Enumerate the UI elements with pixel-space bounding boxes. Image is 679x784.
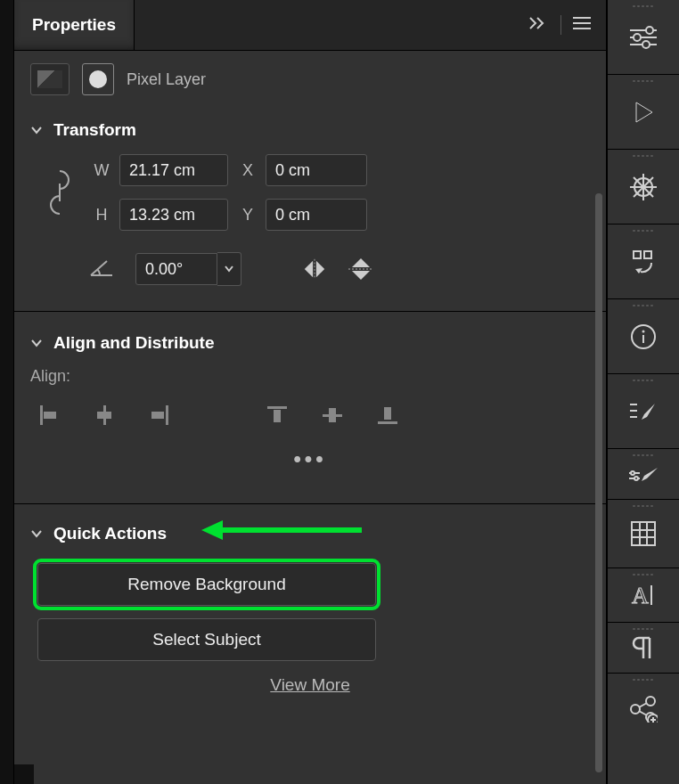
align-header[interactable]: Align and Distribute [30,326,590,360]
chevron-down-icon [30,124,43,136]
svg-point-43 [634,477,638,480]
svg-line-55 [639,711,647,715]
wheel-dock-icon[interactable] [608,150,679,225]
collapse-panel-icon[interactable] [528,16,550,34]
more-options-icon[interactable]: ••• [30,427,590,478]
flip-vertical-icon[interactable] [348,257,373,282]
svg-rect-6 [40,405,43,425]
adjustments-dock-icon[interactable] [608,0,679,75]
brush-presets-dock-icon[interactable] [608,374,679,449]
brush-settings-dock-icon[interactable] [608,449,679,500]
character-dock-icon[interactable]: A [608,568,679,623]
history-dock-icon[interactable] [608,225,679,299]
width-input[interactable] [119,154,228,186]
properties-tab[interactable]: Properties [14,0,135,50]
align-section: Align and Distribute Align: [14,321,606,494]
svg-rect-17 [384,407,391,420]
info-dock-icon[interactable] [608,299,679,374]
svg-point-42 [631,471,634,475]
panel-tab-bar: Properties [14,0,606,51]
svg-rect-16 [378,421,397,424]
y-input[interactable] [266,199,367,231]
align-left-icon[interactable] [37,404,61,427]
svg-point-35 [642,330,645,332]
align-center-v-icon[interactable] [321,404,344,427]
layer-type-label: Pixel Layer [127,70,206,89]
svg-rect-13 [274,410,281,422]
transform-title: Transform [53,120,136,140]
align-bottom-icon[interactable] [376,404,399,427]
svg-point-21 [646,27,653,34]
angle-icon [89,257,114,281]
h-label: H [93,206,110,225]
svg-point-52 [646,697,655,706]
corner-resize [14,764,34,784]
y-label: Y [239,206,257,225]
align-top-icon[interactable] [266,404,289,427]
chevron-down-icon [30,527,43,540]
svg-point-25 [642,41,650,48]
align-right-icon[interactable] [148,404,171,427]
play-dock-icon[interactable] [608,75,679,150]
svg-rect-44 [632,522,655,545]
rotation-dropdown[interactable] [217,252,241,286]
svg-rect-32 [644,251,651,258]
link-dimensions-icon[interactable] [46,157,73,228]
transform-section: Transform W [14,108,606,302]
svg-rect-11 [151,412,164,419]
svg-point-23 [634,34,641,41]
transform-header[interactable]: Transform [30,113,590,147]
align-label: Align: [30,360,590,404]
flip-horizontal-icon[interactable] [302,257,327,282]
quick-actions-title: Quick Actions [53,524,167,543]
mask-thumbnail[interactable] [82,63,114,95]
remove-background-button[interactable]: Remove Background [37,563,376,606]
svg-rect-31 [634,251,641,258]
svg-line-54 [639,703,647,707]
svg-text:A: A [632,583,649,608]
svg-point-51 [631,705,640,714]
grid-dock-icon[interactable] [608,500,679,568]
properties-panel: Properties [14,0,607,784]
quick-actions-section: Quick Actions Remove Background Select S… [14,513,606,713]
share-dock-icon[interactable] [608,674,679,745]
svg-rect-15 [329,408,336,422]
layer-thumbnail[interactable] [30,63,70,95]
svg-rect-7 [44,412,56,419]
right-dock: A [607,0,679,784]
svg-rect-12 [267,406,287,409]
x-input[interactable] [266,154,367,186]
select-subject-button[interactable]: Select Subject [37,618,376,661]
svg-rect-10 [166,405,168,425]
view-more-link[interactable]: View More [30,675,590,695]
align-title: Align and Distribute [53,333,215,353]
svg-rect-9 [97,412,111,419]
panel-menu-icon[interactable] [572,15,592,35]
w-label: W [93,161,110,180]
quick-actions-header[interactable]: Quick Actions [30,517,590,551]
align-center-h-icon[interactable] [93,404,116,427]
x-label: X [239,161,257,180]
layer-summary: Pixel Layer [14,51,606,108]
left-edge [0,0,14,784]
chevron-down-icon [30,337,43,349]
paragraph-dock-icon[interactable] [608,623,679,674]
properties-tab-label: Properties [32,15,116,35]
height-input[interactable] [119,199,228,231]
rotation-input[interactable] [135,253,217,285]
